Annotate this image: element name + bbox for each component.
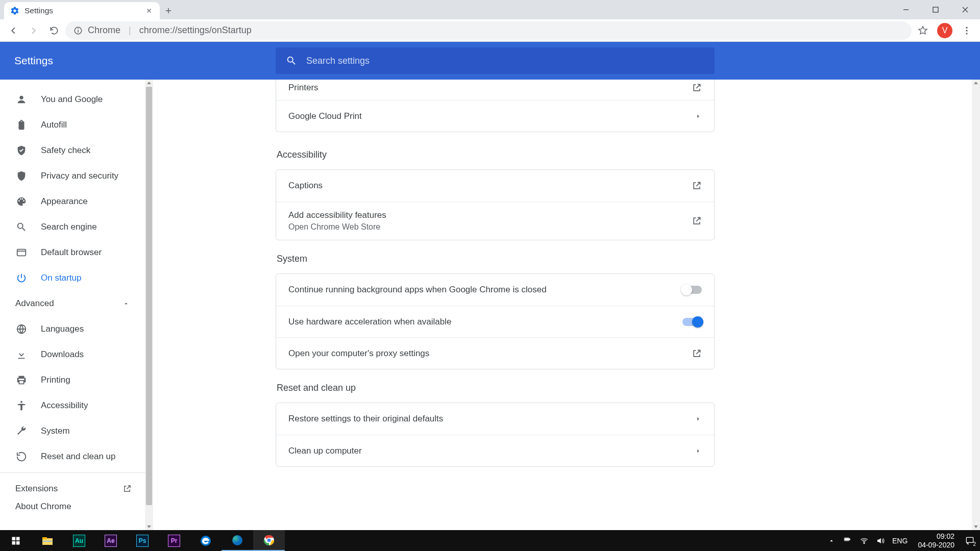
row-printers[interactable]: Printers — [276, 80, 714, 100]
edge-legacy-icon[interactable] — [190, 530, 222, 551]
chrome-menu-button[interactable] — [958, 21, 976, 40]
file-explorer-icon[interactable] — [32, 530, 63, 551]
sidebar-item-downloads[interactable]: Downloads — [0, 342, 145, 367]
svg-rect-8 — [17, 249, 26, 256]
browser-tab-settings[interactable]: Settings — [4, 2, 160, 19]
row-proxy-settings[interactable]: Open your computer's proxy settings — [276, 337, 714, 369]
sidebar-item-safety-check[interactable]: Safety check — [0, 138, 145, 163]
svg-point-4 — [966, 27, 967, 28]
clipboard-icon — [15, 119, 28, 131]
main-scrollbar[interactable] — [972, 80, 980, 530]
window-controls — [891, 0, 980, 19]
sidebar-item-printing[interactable]: Printing — [0, 367, 145, 393]
tray-chevron-icon[interactable] — [828, 537, 835, 544]
browser-toolbar: Chrome | chrome://settings/onStartup V — [0, 19, 980, 42]
section-title-accessibility: Accessibility — [277, 149, 714, 160]
sidebar-scrollbar[interactable] — [145, 80, 153, 530]
scrollbar-thumb[interactable] — [146, 87, 152, 505]
sidebar-item-label: Languages — [41, 324, 84, 334]
settings-header: Settings — [0, 42, 980, 80]
sidebar-about-link[interactable]: About Chrome — [0, 502, 145, 520]
sidebar-item-label: You and Google — [41, 94, 103, 105]
address-bar[interactable]: Chrome | chrome://settings/onStartup — [65, 21, 912, 40]
adobe-audition-icon[interactable]: Au — [63, 530, 95, 551]
sidebar-item-appearance[interactable]: Appearance — [0, 189, 145, 214]
svg-point-19 — [232, 535, 242, 545]
svg-rect-16 — [42, 537, 47, 539]
search-icon — [15, 221, 28, 233]
row-google-cloud-print[interactable]: Google Cloud Print — [276, 100, 714, 132]
svg-point-6 — [966, 33, 967, 34]
download-icon — [15, 349, 28, 360]
sidebar-item-privacy[interactable]: Privacy and security — [0, 163, 145, 189]
back-button[interactable] — [4, 21, 22, 40]
minimize-button[interactable] — [891, 0, 921, 19]
bookmark-star-icon[interactable] — [914, 21, 932, 40]
sidebar-item-on-startup[interactable]: On startup — [0, 265, 145, 291]
sidebar-item-label: Appearance — [41, 196, 88, 207]
omnibox-chrome-label: Chrome — [88, 25, 120, 36]
maximize-button[interactable] — [921, 0, 950, 19]
taskbar-clock[interactable]: 09:02 04-09-2020 — [918, 532, 954, 549]
close-tab-icon[interactable] — [144, 6, 154, 15]
new-tab-button[interactable] — [160, 2, 177, 19]
sidebar-extensions-link[interactable]: Extensions — [0, 476, 145, 502]
toggle-background-apps[interactable] — [682, 286, 702, 294]
svg-rect-24 — [849, 538, 850, 539]
row-add-accessibility[interactable]: Add accessibility features Open Chrome W… — [276, 202, 714, 240]
row-captions[interactable]: Captions — [276, 170, 714, 202]
search-icon — [286, 55, 297, 66]
sidebar-item-label: On startup — [41, 273, 81, 283]
forward-button[interactable] — [24, 21, 43, 40]
sidebar-item-label: Accessibility — [41, 400, 88, 411]
svg-point-7 — [19, 96, 23, 99]
sidebar-item-default-browser[interactable]: Default browser — [0, 240, 145, 265]
sidebar-item-autofill[interactable]: Autofill — [0, 112, 145, 138]
start-button[interactable] — [0, 530, 32, 551]
reset-card: Restore settings to their original defau… — [276, 403, 715, 467]
settings-search[interactable] — [276, 47, 715, 74]
close-window-button[interactable] — [950, 0, 980, 19]
sidebar-item-accessibility[interactable]: Accessibility — [0, 393, 145, 418]
open-external-icon — [692, 216, 702, 226]
language-indicator[interactable]: ENG — [892, 537, 908, 545]
section-title-system: System — [277, 254, 714, 264]
sidebar-item-reset[interactable]: Reset and clean up — [0, 444, 145, 469]
row-restore-defaults[interactable]: Restore settings to their original defau… — [276, 403, 714, 435]
sidebar-item-search-engine[interactable]: Search engine — [0, 214, 145, 240]
chevron-right-icon — [695, 447, 702, 455]
chevron-right-icon — [695, 113, 702, 120]
adobe-premiere-icon[interactable]: Pr — [158, 530, 190, 551]
svg-rect-0 — [933, 7, 938, 12]
chevron-right-icon — [695, 415, 702, 422]
notifications-icon[interactable]: 2 — [965, 536, 975, 546]
reload-button[interactable] — [45, 21, 63, 40]
battery-icon[interactable] — [842, 537, 852, 544]
sidebar-item-system[interactable]: System — [0, 418, 145, 444]
open-external-icon — [692, 181, 702, 191]
svg-rect-3 — [78, 28, 79, 29]
adobe-photoshop-icon[interactable]: Ps — [127, 530, 158, 551]
svg-point-5 — [966, 30, 967, 31]
printer-icon — [15, 374, 28, 386]
site-info-icon[interactable] — [74, 26, 83, 35]
svg-rect-14 — [16, 541, 20, 544]
sidebar-item-you-and-google[interactable]: You and Google — [0, 87, 145, 112]
wifi-icon[interactable] — [860, 536, 869, 545]
profile-avatar[interactable]: V — [937, 23, 952, 38]
settings-search-input[interactable] — [306, 56, 704, 66]
volume-icon[interactable] — [876, 536, 885, 545]
chrome-icon[interactable] — [253, 530, 285, 551]
sidebar-item-languages[interactable]: Languages — [0, 316, 145, 342]
page-title: Settings — [0, 55, 276, 67]
settings-sidebar: You and Google Autofill Safety check Pri… — [0, 80, 153, 530]
sidebar-advanced-toggle[interactable]: Advanced — [0, 291, 145, 316]
svg-rect-17 — [43, 541, 52, 542]
browser-tabstrip: Settings — [0, 0, 980, 19]
sidebar-item-label: System — [41, 426, 70, 436]
toggle-hardware-accel[interactable] — [682, 318, 702, 326]
row-clean-up[interactable]: Clean up computer — [276, 435, 714, 466]
edge-chromium-icon[interactable] — [222, 530, 253, 551]
adobe-after-effects-icon[interactable]: Ae — [95, 530, 127, 551]
system-card: Continue running background apps when Go… — [276, 273, 715, 369]
